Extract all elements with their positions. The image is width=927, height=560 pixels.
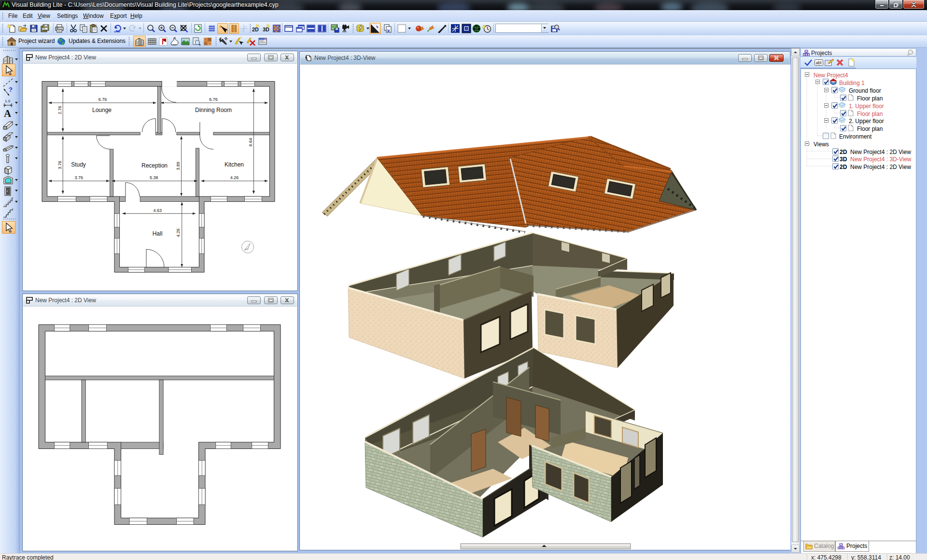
- svg-text:Kitchen: Kitchen: [225, 161, 244, 168]
- svg-text:4.63: 4.63: [154, 208, 162, 213]
- svg-text:Lounge: Lounge: [92, 107, 112, 113]
- svg-text:3.76: 3.76: [57, 161, 62, 169]
- svg-text:Study: Study: [71, 161, 86, 168]
- svg-text:?: ?: [9, 87, 13, 93]
- svg-text:A: A: [4, 108, 12, 118]
- svg-text:2.76: 2.76: [57, 106, 62, 114]
- svg-text:Hall: Hall: [153, 230, 163, 237]
- svg-text:Reception: Reception: [141, 162, 168, 169]
- svg-text:3.89: 3.89: [176, 162, 181, 170]
- svg-text:3.76: 3.76: [74, 175, 83, 180]
- svg-text:1.0: 1.0: [5, 99, 11, 103]
- svg-text:Dinning Room: Dinning Room: [195, 107, 232, 113]
- svg-text:6.64: 6.64: [248, 138, 253, 147]
- svg-text:6.76: 6.76: [98, 97, 107, 102]
- svg-text:6.76: 6.76: [209, 97, 218, 102]
- svg-text:abl: abl: [816, 60, 822, 65]
- svg-text:5.38: 5.38: [150, 175, 158, 180]
- svg-text:4.26: 4.26: [230, 175, 239, 180]
- svg-text:4.26: 4.26: [176, 228, 181, 237]
